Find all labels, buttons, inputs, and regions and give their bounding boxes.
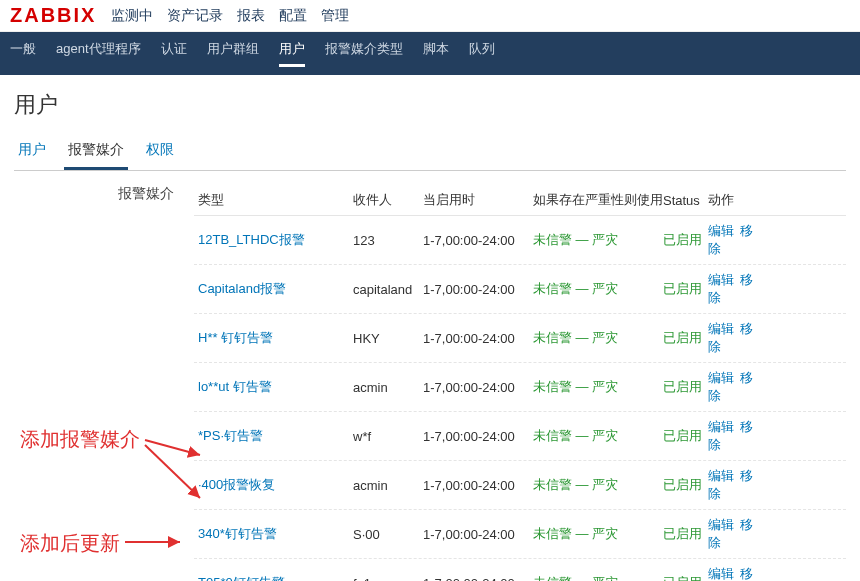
th-when: 当启用时 (423, 191, 533, 209)
main-nav-item[interactable]: 资产记录 (167, 7, 223, 23)
sub-nav-item[interactable]: 用户 (279, 40, 305, 67)
edit-link[interactable]: 编辑 (708, 566, 734, 581)
edit-link[interactable]: 编辑 (708, 272, 734, 287)
table-header: 类型 收件人 当启用时 如果存在严重性则使用 Status 动作 (194, 185, 846, 216)
cell-when: 1-7,00:00-24:00 (423, 576, 533, 582)
edit-link[interactable]: 编辑 (708, 223, 734, 238)
edit-link[interactable]: 编辑 (708, 419, 734, 434)
sub-nav-item[interactable]: 队列 (469, 40, 495, 67)
cell-sendto: fg1 (353, 576, 423, 582)
sub-nav-item[interactable]: 脚本 (423, 40, 449, 67)
cell-sendto: acmin (353, 380, 423, 395)
media-table: 类型 收件人 当启用时 如果存在严重性则使用 Status 动作 12TB_LT… (194, 185, 846, 581)
cell-severity: 未信警 — 严灾 (533, 231, 663, 249)
cell-severity: 未信警 — 严灾 (533, 476, 663, 494)
cell-actions: 编辑移除 (708, 369, 768, 405)
cell-type[interactable]: *PS·钉告警 (198, 427, 353, 445)
edit-link[interactable]: 编辑 (708, 517, 734, 532)
cell-status: 已启用 (663, 476, 708, 494)
side-label: 报警媒介 (14, 185, 194, 581)
cell-status: 已启用 (663, 427, 708, 445)
cell-status: 已启用 (663, 280, 708, 298)
sub-nav-item[interactable]: 一般 (10, 40, 36, 67)
cell-severity: 未信警 — 严灾 (533, 525, 663, 543)
cell-status: 已启用 (663, 574, 708, 581)
logo: ZABBIX (10, 4, 96, 27)
cell-when: 1-7,00:00-24:00 (423, 282, 533, 297)
sub-nav-item[interactable]: 报警媒介类型 (325, 40, 403, 67)
table-row: 340*钉钉告警S·001-7,00:00-24:00未信警 — 严灾已启用编辑… (194, 510, 846, 559)
main-nav-item[interactable]: 管理 (321, 7, 349, 23)
th-severity: 如果存在严重性则使用 (533, 191, 663, 209)
cell-severity: 未信警 — 严灾 (533, 427, 663, 445)
cell-actions: 编辑移除 (708, 565, 768, 581)
cell-actions: 编辑移除 (708, 320, 768, 356)
cell-actions: 编辑移除 (708, 271, 768, 307)
edit-link[interactable]: 编辑 (708, 370, 734, 385)
content: 报警媒介 类型 收件人 当启用时 如果存在严重性则使用 Status 动作 12… (0, 171, 860, 581)
edit-link[interactable]: 编辑 (708, 468, 734, 483)
th-type: 类型 (198, 191, 353, 209)
cell-status: 已启用 (663, 231, 708, 249)
table-row: lo**ut 钉告警acmin1-7,00:00-24:00未信警 — 严灾已启… (194, 363, 846, 412)
cell-status: 已启用 (663, 525, 708, 543)
cell-sendto: 123 (353, 233, 423, 248)
cell-actions: 编辑移除 (708, 222, 768, 258)
cell-when: 1-7,00:00-24:00 (423, 233, 533, 248)
cell-type[interactable]: 12TB_LTHDC报警 (198, 231, 353, 249)
cell-sendto: acmin (353, 478, 423, 493)
table-row: *PS·钉告警w*f1-7,00:00-24:00未信警 — 严灾已启用编辑移除 (194, 412, 846, 461)
cell-type[interactable]: ·400报警恢复 (198, 476, 353, 494)
arrow-icon (120, 532, 190, 552)
tab-bar: 用户报警媒介权限 (14, 135, 846, 171)
cell-type[interactable]: lo**ut 钉告警 (198, 378, 353, 396)
cell-sendto: capitaland (353, 282, 423, 297)
table-row: ·400报警恢复acmin1-7,00:00-24:00未信警 — 严灾已启用编… (194, 461, 846, 510)
table-row: T05*0钉钉告警fg11-7,00:00-24:00未信警 — 严灾已启用编辑… (194, 559, 846, 581)
sub-nav-item[interactable]: 用户群组 (207, 40, 259, 67)
cell-actions: 编辑移除 (708, 516, 768, 552)
cell-severity: 未信警 — 严灾 (533, 329, 663, 347)
cell-status: 已启用 (663, 329, 708, 347)
page-title: 用户 (14, 90, 846, 120)
main-nav: 监测中资产记录报表配置管理 (111, 7, 363, 25)
cell-severity: 未信警 — 严灾 (533, 280, 663, 298)
th-sendto: 收件人 (353, 191, 423, 209)
cell-sendto: w*f (353, 429, 423, 444)
table-row: Capitaland报警capitaland1-7,00:00-24:00未信警… (194, 265, 846, 314)
cell-severity: 未信警 — 严灾 (533, 574, 663, 581)
cell-type[interactable]: H** 钉钉告警 (198, 329, 353, 347)
main-nav-item[interactable]: 监测中 (111, 7, 153, 23)
table-row: H** 钉钉告警HKY1-7,00:00-24:00未信警 — 严灾已启用编辑移… (194, 314, 846, 363)
tab[interactable]: 权限 (142, 135, 178, 167)
cell-sendto: HKY (353, 331, 423, 346)
table-row: 12TB_LTHDC报警1231-7,00:00-24:00未信警 — 严灾已启… (194, 216, 846, 265)
topbar: ZABBIX 监测中资产记录报表配置管理 (0, 0, 860, 32)
cell-actions: 编辑移除 (708, 467, 768, 503)
main-nav-item[interactable]: 报表 (237, 7, 265, 23)
sub-nav-item[interactable]: 认证 (161, 40, 187, 67)
cell-when: 1-7,00:00-24:00 (423, 478, 533, 493)
edit-link[interactable]: 编辑 (708, 321, 734, 336)
cell-when: 1-7,00:00-24:00 (423, 380, 533, 395)
sub-nav: 一般agent代理程序认证用户群组用户报警媒介类型脚本队列 (0, 32, 860, 75)
cell-when: 1-7,00:00-24:00 (423, 331, 533, 346)
cell-status: 已启用 (663, 378, 708, 396)
th-status: Status (663, 193, 708, 208)
arrow-icon (140, 430, 210, 510)
cell-type[interactable]: 340*钉钉告警 (198, 525, 353, 543)
tab[interactable]: 报警媒介 (64, 135, 128, 170)
cell-type[interactable]: Capitaland报警 (198, 280, 353, 298)
cell-type[interactable]: T05*0钉钉告警 (198, 574, 353, 581)
tab[interactable]: 用户 (14, 135, 50, 167)
cell-sendto: S·00 (353, 527, 423, 542)
main-nav-item[interactable]: 配置 (279, 7, 307, 23)
cell-severity: 未信警 — 严灾 (533, 378, 663, 396)
cell-when: 1-7,00:00-24:00 (423, 429, 533, 444)
th-action: 动作 (708, 191, 768, 209)
cell-when: 1-7,00:00-24:00 (423, 527, 533, 542)
cell-actions: 编辑移除 (708, 418, 768, 454)
sub-nav-item[interactable]: agent代理程序 (56, 40, 141, 67)
